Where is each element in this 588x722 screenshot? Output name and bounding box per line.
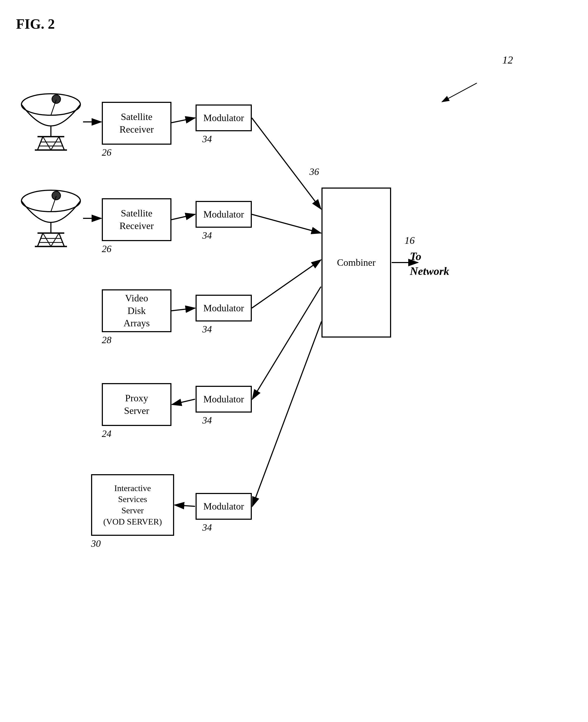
mod-5-label: Modulator bbox=[203, 500, 244, 513]
svg-line-14 bbox=[175, 505, 195, 506]
svg-point-36 bbox=[52, 191, 61, 200]
modulator-3-box: Modulator bbox=[195, 295, 252, 321]
svg-line-31 bbox=[38, 233, 43, 247]
svg-line-7 bbox=[171, 214, 195, 220]
svg-line-13 bbox=[252, 321, 321, 506]
svg-line-12 bbox=[172, 399, 195, 405]
svg-point-16 bbox=[21, 94, 80, 115]
mod-2-label: Modulator bbox=[203, 208, 244, 221]
to-network-label: ToNetwork bbox=[410, 249, 449, 278]
mod-5-ref: 34 bbox=[202, 522, 212, 533]
modulator-2-box: Modulator bbox=[195, 201, 252, 228]
mod-1-label: Modulator bbox=[203, 112, 244, 124]
vda-label: VideoDiskArrays bbox=[124, 292, 150, 330]
mod-3-label: Modulator bbox=[203, 302, 244, 315]
mod-3-ref: 34 bbox=[202, 324, 212, 335]
satellite-receiver-2-box: SatelliteReceiver bbox=[102, 198, 171, 241]
svg-line-10 bbox=[252, 260, 321, 308]
sat-recv-1-label: SatelliteReceiver bbox=[120, 111, 154, 136]
mod-2-ref: 34 bbox=[202, 230, 212, 241]
mod-1-ref: 34 bbox=[202, 133, 212, 145]
svg-line-32 bbox=[59, 233, 64, 247]
svg-line-11 bbox=[252, 286, 321, 399]
satellite-receiver-1-box: SatelliteReceiver bbox=[102, 102, 171, 145]
iss-ref: 30 bbox=[91, 538, 101, 549]
proxy-server-box: ProxyServer bbox=[102, 383, 171, 426]
modulator-1-box: Modulator bbox=[195, 105, 252, 131]
mod-4-label: Modulator bbox=[203, 393, 244, 406]
proxy-ref: 24 bbox=[102, 428, 111, 439]
ref-16-container: 16 bbox=[404, 234, 415, 246]
combiner-ref: 36 bbox=[309, 166, 319, 177]
ref-16-label: 16 bbox=[404, 234, 415, 246]
svg-point-24 bbox=[52, 95, 61, 103]
svg-line-39 bbox=[51, 233, 59, 247]
svg-line-9 bbox=[171, 308, 195, 311]
iss-label: InteractiveServicesServer(VOD SERVER) bbox=[103, 483, 162, 527]
ref-12-label: 12 bbox=[502, 54, 513, 66]
satellite-dish-1 bbox=[16, 78, 86, 154]
figure-label: FIG. 2 bbox=[16, 16, 55, 32]
video-disk-arrays-box: VideoDiskArrays bbox=[102, 289, 171, 332]
sat-recv-2-ref: 26 bbox=[102, 243, 111, 255]
sat-recv-1-ref: 26 bbox=[102, 147, 111, 158]
svg-point-28 bbox=[21, 190, 80, 212]
modulator-5-box: Modulator bbox=[195, 493, 252, 520]
svg-line-8 bbox=[252, 214, 321, 233]
svg-line-19 bbox=[38, 136, 43, 150]
vda-ref: 28 bbox=[102, 334, 111, 346]
svg-line-20 bbox=[59, 136, 64, 150]
svg-line-27 bbox=[51, 136, 59, 150]
mod-4-ref: 34 bbox=[202, 415, 212, 426]
svg-line-26 bbox=[43, 136, 51, 150]
combiner-label: Combiner bbox=[337, 256, 376, 269]
sat-recv-2-label: SatelliteReceiver bbox=[120, 207, 154, 232]
svg-line-4 bbox=[171, 118, 195, 123]
svg-line-38 bbox=[43, 233, 51, 247]
proxy-label: ProxyServer bbox=[124, 392, 149, 417]
combiner-box: Combiner bbox=[321, 188, 391, 338]
iss-box: InteractiveServicesServer(VOD SERVER) bbox=[91, 474, 174, 536]
svg-line-5 bbox=[252, 118, 321, 209]
svg-line-2 bbox=[442, 83, 477, 102]
modulator-4-box: Modulator bbox=[195, 386, 252, 412]
satellite-dish-2 bbox=[16, 174, 86, 250]
